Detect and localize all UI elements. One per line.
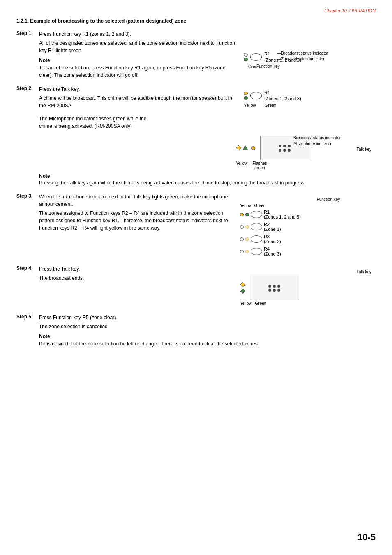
step4-left: Step 4. Press the Talk key. The broadcas… (16, 265, 236, 306)
step3-left: Step 3. When the microphone indicator ne… (16, 193, 236, 259)
step2-mic-text: The Microphone indicator flashes green w… (39, 115, 154, 130)
step5-content: Press Function key R5 (zone clear). The … (39, 314, 376, 350)
callout-function-key: Function key (256, 64, 280, 69)
step1-label: Step 1. (16, 30, 39, 36)
section-title: 1.2.1. Example of broadcasting to the se… (16, 18, 376, 24)
page-number: 10-5 (357, 532, 376, 543)
step2-mid-left: The Microphone indicator flashes green w… (16, 115, 236, 170)
step4-diagram-inner: Talk key (240, 269, 376, 306)
step3-content: When the microphone indicator next to th… (39, 193, 236, 233)
step4-device (240, 276, 376, 300)
broadcast-dot (244, 53, 248, 57)
step2b-diagram: —Broadcast status indicator —Microphone … (236, 115, 376, 170)
step2a-key-oval (250, 92, 262, 99)
step2b-callout3: Talk key (357, 147, 371, 152)
svg-marker-1 (243, 146, 248, 150)
step1-container: Step 1. Press Function key R1 (zones 1, … (16, 30, 376, 81)
step2a-yellow-dot (244, 92, 248, 95)
step4-content: Press the Talk key. The broadcast ends. (39, 265, 236, 283)
step2a-green-dot (244, 96, 248, 100)
step2-content: Press the Talk key. A chime will be broa… (39, 85, 236, 111)
step2b-callout1: —Broadcast status indicator (289, 136, 341, 140)
callout-broadcast-status: —Broadcast status indicator (277, 51, 328, 55)
step2-middle: The Microphone indicator flashes green w… (16, 115, 376, 170)
step1-content: Press Function key R1 (zones 1, 2 and 3)… (39, 30, 236, 81)
step4-green-diamond (240, 288, 246, 294)
step2-wrap: Step 2. Press the Talk key. A chime will… (16, 85, 376, 111)
step4-dots (240, 282, 246, 294)
svg-marker-2 (240, 282, 245, 287)
step2a-diagram: R1 (Zones 1, 2 and 3) Yellow Green (236, 85, 376, 111)
step3-fkey-callout: Function key (281, 197, 376, 202)
step1-note: Note To cancel the selection, press Func… (39, 57, 236, 79)
step3-row: Step 3. When the microphone indicator ne… (16, 193, 236, 233)
step4-yellow-diamond (240, 282, 246, 288)
zone-sel-dot (244, 58, 248, 61)
step4-container: Step 4. Press the Talk key. The broadcas… (16, 265, 376, 306)
step4-wrap: Step 4. Press the Talk key. The broadcas… (16, 265, 376, 306)
step3-diagram: Function key Yellow Green R1 (Zones 1, 2… (236, 193, 376, 259)
step3-wrap: Step 3. When the microphone indicator ne… (16, 193, 376, 259)
step2a-device: R1 (Zones 1, 2 and 3) (244, 90, 376, 102)
step3-color-labels: Yellow Green (240, 203, 376, 208)
step1-diagram: —Broadcast status indicator —Zone select… (236, 30, 376, 81)
step3-label: Step 3. (16, 193, 39, 199)
step4-label: Step 4. (16, 265, 39, 271)
step5-label: Step 5. (16, 314, 39, 320)
step2-row: Step 2. Press the Talk key. A chime will… (16, 85, 236, 111)
step4-diagram: Talk key (236, 265, 376, 306)
step3-container: Step 3. When the microphone indicator ne… (16, 193, 376, 259)
svg-marker-3 (240, 289, 245, 294)
step5-row: Step 5. Press Function key R5 (zone clea… (16, 314, 376, 350)
step2a-labels: R1 (Zones 1, 2 and 3) (264, 90, 301, 102)
step5-note: Note If it is desired that the zone sele… (39, 333, 376, 348)
step2-container: Step 2. Press the Talk key. A chime will… (16, 85, 376, 187)
step3-r3: R3 (Zone 2) (240, 234, 376, 244)
step1-row: Step 1. Press Function key R1 (zones 1, … (16, 30, 236, 81)
svg-marker-0 (236, 145, 241, 150)
step3-diagram-inner: Function key Yellow Green R1 (Zones 1, 2… (240, 197, 376, 256)
step4-row: Step 4. Press the Talk key. The broadcas… (16, 265, 236, 283)
step4-talk-key-box (250, 276, 299, 300)
callout-zone-selection: —Zone selection indicator (277, 57, 325, 61)
step2-label: Step 2. (16, 85, 39, 91)
step2a-color-labels: Yellow Green (244, 103, 376, 108)
step1-left: Step 1. Press Function key R1 (zones 1, … (16, 30, 236, 81)
step3-r1: R1 (Zones 1, 2 and 3) (240, 210, 376, 219)
step2b-color-labels: Yellow Flashes green (236, 161, 376, 170)
step3-r4: R4 (Zone 3) (240, 246, 376, 256)
step4-talkkey-callout: Talk key (240, 269, 371, 274)
step2b-callout2: —Microphone indicator (289, 141, 332, 146)
step5-container: Step 5. Press Function key R5 (zone clea… (16, 314, 376, 350)
step2b-bcast-dot (251, 146, 255, 150)
function-key-oval (250, 53, 262, 61)
step4-color-labels: Yellow Green (240, 301, 376, 306)
yellow-diamond-icon (236, 145, 242, 151)
step2-note: Note Pressing the Talk key again while t… (39, 173, 376, 187)
chapter-header: Chapter 10: OPERATION (16, 8, 376, 13)
step2-left: Step 2. Press the Talk key. A chime will… (16, 85, 236, 111)
mic-indicator-icon (242, 145, 248, 151)
step3-r2: R2 (Zone 1) (240, 222, 376, 232)
step4-talk-key-dots (268, 285, 281, 292)
